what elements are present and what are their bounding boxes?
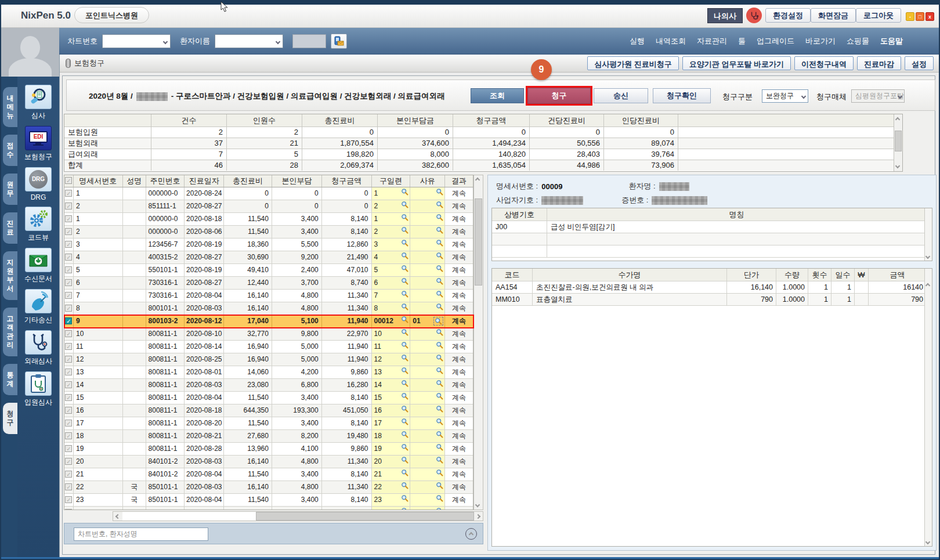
scroll-right-icon[interactable] — [473, 512, 483, 521]
magnifier-icon[interactable] — [436, 341, 443, 349]
magnifier-icon[interactable] — [401, 494, 408, 502]
magnifier-icon[interactable] — [401, 380, 408, 387]
row-checkbox[interactable] — [65, 509, 72, 510]
sidebar-item-수신문서[interactable]: 수신문서 — [21, 248, 56, 284]
row-checkbox[interactable] — [65, 330, 72, 337]
table-row[interactable]: 6730316-12020-08-2712,4403,7008,7406계속 — [64, 277, 473, 290]
magnifier-icon[interactable] — [436, 367, 443, 374]
magnifier-icon[interactable] — [401, 405, 408, 413]
table-row[interactable]: 1000000-02020-08-240001계속 — [64, 187, 473, 200]
table-row[interactable]: 19800811-12020-08-2813,9604,1009,86019계속 — [64, 443, 473, 456]
magnifier-icon[interactable] — [401, 214, 408, 221]
disease-scrollbar[interactable] — [924, 208, 932, 261]
magnifier-icon[interactable] — [436, 252, 443, 259]
menu-item-실행[interactable]: 실행 — [630, 36, 645, 46]
minimize-button[interactable]: - — [906, 12, 914, 21]
row-checkbox[interactable] — [65, 317, 72, 324]
magnifier-icon[interactable] — [401, 443, 408, 451]
magnifier-icon[interactable] — [436, 188, 443, 196]
row-checkbox[interactable] — [65, 458, 72, 465]
sidebar-item-보험청구[interactable]: EDI보험청구 — [21, 126, 56, 162]
scrollbar-thumb[interactable] — [256, 512, 474, 521]
titlebar-button-로그아웃[interactable]: 로그아웃 — [856, 8, 901, 23]
magnifier-icon[interactable] — [436, 290, 443, 298]
table-row[interactable]: 12800811-12020-08-2516,9405,00011,94012계… — [64, 353, 473, 366]
row-checkbox[interactable] — [65, 407, 72, 414]
table-row[interactable]: 3123456-72020-08-1918,3605,50012,8603계속 — [64, 239, 473, 251]
row-checkbox[interactable] — [65, 228, 72, 235]
magnifier-icon[interactable] — [436, 226, 443, 234]
row-checkbox[interactable] — [65, 496, 72, 503]
claim-type-select[interactable]: 보완청구 — [762, 89, 808, 103]
menu-item-툴[interactable]: 툴 — [738, 36, 746, 46]
magnifier-icon[interactable] — [401, 507, 408, 510]
table-row[interactable]: 17800811-12020-08-2011,5403,4008,14017계속 — [64, 417, 473, 430]
magnifier-icon[interactable] — [401, 431, 408, 438]
magnifier-icon[interactable] — [436, 431, 443, 438]
user-badge[interactable]: 나의사 — [707, 8, 743, 23]
scroll-down-icon[interactable] — [895, 164, 900, 168]
magnifier-icon[interactable] — [401, 303, 408, 310]
table-row[interactable]: 24850102-22020-08-1835,73010,60025,13024… — [64, 507, 473, 510]
table-row[interactable]: 11800811-12020-08-1416,9405,00011,94011계… — [64, 341, 473, 353]
magnifier-icon[interactable] — [436, 482, 443, 489]
magnifier-icon[interactable] — [436, 443, 443, 451]
table-row[interactable]: 2851111-12020-08-270002계속 — [64, 200, 473, 213]
sidebar-tab-원무[interactable]: 원무 — [3, 174, 17, 205]
row-checkbox[interactable] — [65, 241, 72, 248]
scroll-left-icon[interactable] — [113, 512, 122, 521]
scroll-down-icon[interactable] — [475, 503, 480, 507]
row-checkbox[interactable] — [65, 254, 72, 261]
row-checkbox[interactable] — [65, 356, 72, 363]
menu-item-도움말[interactable]: 도움말 — [880, 36, 903, 46]
magnifier-icon[interactable] — [436, 303, 443, 310]
titlebar-button-화면잠금[interactable]: 화면잠금 — [811, 8, 856, 23]
magnifier-icon[interactable] — [436, 380, 443, 387]
sidebar-item-기타송신[interactable]: 기타송신 — [21, 289, 56, 325]
magnifier-icon[interactable] — [436, 265, 443, 272]
menu-item-쇼핑몰[interactable]: 쇼핑몰 — [847, 36, 869, 46]
sidebar-item-DRG[interactable]: DRGDRG — [21, 167, 56, 201]
sms-send-button[interactable] — [331, 34, 347, 49]
menu-item-바로가기[interactable]: 바로가기 — [805, 36, 836, 46]
scroll-up-icon[interactable] — [925, 283, 930, 288]
sidebar-tab-내메뉴[interactable]: 내메뉴 — [3, 87, 17, 127]
row-checkbox[interactable] — [65, 305, 72, 312]
magnifier-icon[interactable] — [436, 418, 443, 425]
magnifier-icon[interactable] — [401, 328, 408, 336]
close-button[interactable]: x — [925, 12, 934, 21]
disease-row[interactable]: J00급성 비인두염[감기] — [492, 221, 932, 233]
menu-item-내역조회[interactable]: 내역조회 — [656, 36, 686, 46]
header-button-진료마감[interactable]: 진료마감 — [857, 56, 901, 70]
row-checkbox[interactable] — [65, 432, 72, 439]
sidebar-tab-청구[interactable]: 청구 — [3, 403, 17, 434]
charge-row[interactable]: AA154초진진찰료-의원,보건의료원 내 의과16,1401.00001116… — [492, 281, 932, 294]
row-checkbox[interactable] — [65, 368, 72, 375]
titlebar-button-환경설정[interactable]: 환경설정 — [765, 8, 811, 23]
scrollbar-thumb[interactable] — [475, 198, 482, 286]
magnifier-icon[interactable] — [401, 456, 408, 464]
sidebar-tab-고객관리[interactable]: 고객관리 — [3, 308, 17, 356]
magnifier-icon[interactable] — [401, 482, 408, 489]
row-checkbox[interactable] — [65, 266, 72, 273]
menu-item-자료관리[interactable]: 자료관리 — [697, 36, 727, 46]
claim-confirm-button[interactable]: 청구확인 — [653, 88, 711, 103]
table-row[interactable]: 8800101-12020-08-0316,1404,80011,3408계속 — [64, 302, 473, 315]
magnifier-icon[interactable] — [436, 494, 443, 502]
scrollbar-thumb[interactable] — [895, 131, 902, 151]
magnifier-icon[interactable] — [401, 367, 408, 374]
grid-horizontal-scrollbar[interactable] — [113, 511, 483, 521]
table-row[interactable]: 14800811-12020-08-0323,0806,80016,28014계… — [64, 379, 473, 392]
magnifier-icon[interactable] — [401, 226, 408, 234]
chart-no-combobox[interactable] — [102, 34, 171, 48]
magnifier-icon[interactable] — [436, 201, 443, 208]
sidebar-item-입원심사[interactable]: 입원심사 — [21, 371, 56, 407]
magnifier-icon[interactable] — [401, 201, 408, 208]
magnifier-icon[interactable] — [401, 316, 408, 323]
sidebar-item-코드뷰[interactable]: 코드뷰 — [21, 207, 56, 243]
table-row[interactable]: 10800811-12020-08-1032,7709,80022,97010계… — [64, 328, 473, 341]
menu-item-업그레이드[interactable]: 업그레이드 — [757, 36, 794, 46]
magnifier-icon[interactable] — [436, 507, 443, 510]
summary-scrollbar[interactable] — [894, 114, 902, 171]
magnifier-icon[interactable] — [401, 239, 408, 247]
